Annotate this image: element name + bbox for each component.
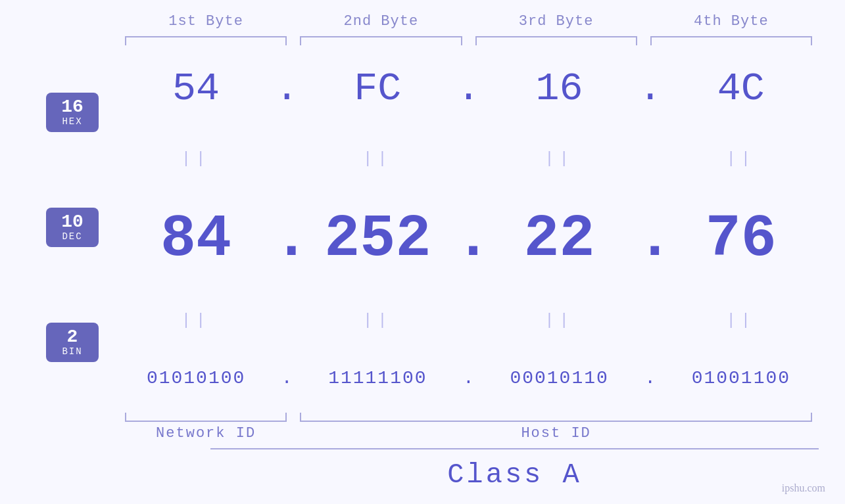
bin-byte-4: 01001100 (664, 368, 819, 388)
dec-byte-2: 252 (300, 206, 455, 273)
bin-byte-2: 11111100 (300, 368, 455, 388)
network-id-label: Network ID (118, 425, 293, 442)
host-bracket-bottom (300, 413, 812, 422)
eq-1-1: || (118, 150, 274, 168)
net-bracket (118, 410, 293, 422)
bin-row: 01010100 . 11111100 . 00010110 . 0100110… (118, 368, 819, 388)
dec-byte-4: 76 (664, 206, 819, 273)
dec-dot-2: . (456, 206, 482, 273)
hex-byte-2: FC (300, 66, 455, 111)
bracket-cell-1 (118, 36, 293, 48)
watermark: ipshu.com (782, 482, 825, 494)
bin-base-number: 2 (67, 328, 78, 346)
host-id-label: Host ID (293, 425, 819, 442)
eq-2-4: || (664, 311, 819, 329)
hex-row: 54 . FC . 16 . 4C (118, 66, 819, 111)
dec-badge: 10 DEC (46, 208, 99, 247)
eq-1-2: || (300, 150, 455, 168)
dec-dot-1: . (274, 206, 300, 273)
bin-byte-1: 01010100 (118, 368, 274, 388)
id-labels: Network ID Host ID (118, 425, 819, 442)
eq-2-2: || (300, 311, 455, 329)
eq-1-3: || (482, 150, 637, 168)
equals-row-2: || || || || (118, 310, 819, 331)
dec-row: 84 . 252 . 22 . 76 (118, 206, 819, 273)
bracket-top-4 (650, 36, 812, 45)
dec-dot-3: . (637, 206, 664, 273)
equals-row-1: || || || || (118, 149, 819, 169)
top-brackets (118, 36, 819, 48)
bracket-top-2 (300, 36, 462, 45)
net-bracket-bottom (125, 413, 287, 422)
bin-dot-1: . (274, 368, 300, 388)
bracket-top-3 (475, 36, 637, 45)
bottom-brackets (118, 410, 819, 422)
bin-badge: 2 BIN (46, 323, 99, 362)
bin-dot-2: . (456, 368, 482, 388)
class-section: Class A (210, 448, 819, 491)
bracket-top-1 (125, 36, 287, 45)
dec-base-number: 10 (61, 213, 84, 231)
host-bracket (293, 410, 819, 422)
hex-dot-2: . (456, 66, 482, 111)
byte-3-header: 3rd Byte (469, 13, 644, 30)
bracket-cell-2 (293, 36, 468, 48)
label-column: 16 HEX 10 DEC 2 BIN (26, 48, 118, 407)
bin-base-label: BIN (62, 346, 82, 357)
content-area: 16 HEX 10 DEC 2 BIN 54 . FC . 16 . 4C (26, 48, 819, 407)
data-grid: 54 . FC . 16 . 4C || || || || 84 (118, 48, 819, 407)
hex-dot-1: . (274, 66, 300, 111)
byte-1-header: 1st Byte (118, 13, 293, 30)
bracket-cell-3 (469, 36, 644, 48)
hex-badge: 16 HEX (46, 93, 99, 132)
hex-byte-4: 4C (664, 66, 819, 111)
bin-dot-3: . (637, 368, 664, 388)
byte-headers: 1st Byte 2nd Byte 3rd Byte 4th Byte (118, 13, 819, 30)
byte-2-header: 2nd Byte (293, 13, 468, 30)
dec-byte-3: 22 (482, 206, 637, 273)
eq-1-4: || (664, 150, 819, 168)
eq-2-1: || (118, 311, 274, 329)
eq-2-3: || (482, 311, 637, 329)
bracket-cell-4 (644, 36, 819, 48)
dec-base-label: DEC (62, 231, 82, 242)
dec-byte-1: 84 (118, 206, 274, 273)
class-label: Class A (447, 459, 581, 491)
byte-4-header: 4th Byte (644, 13, 819, 30)
hex-base-number: 16 (61, 98, 84, 116)
hex-byte-1: 54 (118, 66, 274, 111)
bin-byte-3: 00010110 (482, 368, 637, 388)
bottom-section: Network ID Host ID Class A (118, 410, 819, 491)
hex-base-label: HEX (62, 116, 82, 127)
hex-byte-3: 16 (482, 66, 637, 111)
hex-dot-3: . (637, 66, 664, 111)
